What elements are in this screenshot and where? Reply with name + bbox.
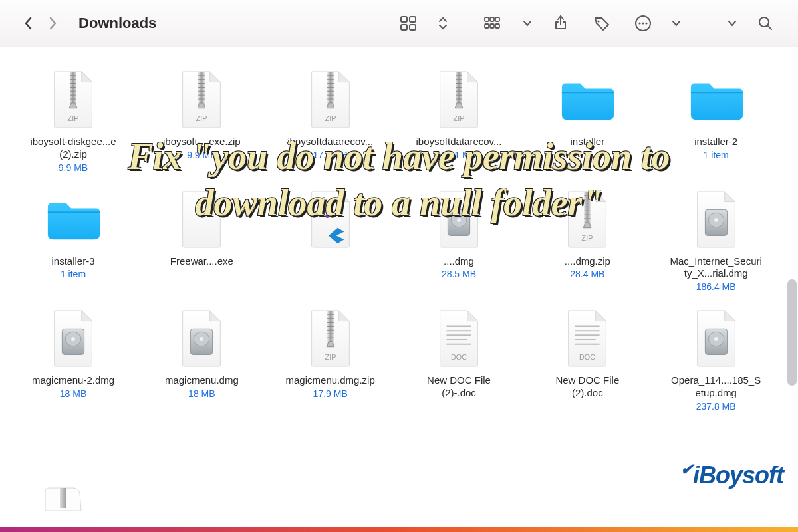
folder-icon: [554, 66, 620, 133]
file-item[interactable]: ....dmg28.5 MB: [412, 186, 505, 293]
svg-point-14: [642, 22, 644, 24]
svg-text:DOC: DOC: [579, 353, 595, 361]
svg-text:ZIP: ZIP: [325, 353, 336, 361]
svg-rect-9: [495, 24, 499, 28]
search-button[interactable]: [751, 9, 779, 37]
chevron-down-icon[interactable]: [670, 9, 682, 37]
svg-text:ZIP: ZIP: [582, 234, 593, 242]
file-item[interactable]: DOCNew DOC File (2)-.doc: [412, 305, 505, 412]
share-button[interactable]: [547, 9, 575, 37]
file-name-label: ....dmg: [444, 255, 474, 268]
svg-point-11: [597, 20, 599, 22]
svg-point-15: [645, 22, 647, 24]
folder-icon: [683, 66, 749, 133]
file-item[interactable]: magicmenu.dmg18 MB: [155, 305, 248, 412]
file-name-label: iboysoftdatarecov...: [287, 136, 373, 148]
file-item[interactable]: ZIPiboysoftdatarecov...17.1 MB: [412, 66, 505, 173]
file-name-label: installer-3: [51, 255, 94, 268]
svg-rect-26: [60, 488, 66, 508]
svg-rect-6: [495, 17, 499, 21]
svg-rect-4: [485, 17, 489, 21]
svg-line-17: [767, 25, 771, 29]
vscode-icon: [297, 186, 364, 253]
svg-rect-5: [490, 17, 494, 21]
file-sub-label: 237.8 MB: [696, 401, 736, 412]
svg-text:DOC: DOC: [451, 353, 467, 361]
file-sub-label: 186.4 MB: [696, 281, 736, 292]
partial-next-row: [40, 487, 86, 513]
group-by-button[interactable]: [480, 9, 508, 37]
file-name-label: iboysoft-...exe.zip: [163, 136, 241, 148]
file-item[interactable]: ZIPiboysoft-...exe.zip9.9 MB: [155, 66, 248, 173]
file-name-label: magicmenu.dmg: [165, 374, 239, 387]
file-name-label: magicmenu-2.dmg: [32, 374, 114, 387]
file-name-label: iboysoft-diskgee...e (2).zip: [27, 136, 120, 161]
view-stepper-icon[interactable]: [436, 9, 450, 37]
file-name-label: Opera_114....185_Setup.dmg: [670, 374, 763, 400]
svg-rect-0: [401, 17, 407, 22]
doc-icon: DOC: [554, 305, 620, 372]
file-sub-label: 17.1 MB: [313, 150, 348, 160]
file-name-label: New DOC File (2).doc: [541, 374, 634, 400]
vertical-scrollbar[interactable]: [787, 279, 797, 386]
chevron-down-icon[interactable]: [521, 9, 533, 37]
file-item[interactable]: installer-21 item: [670, 66, 763, 173]
file-item[interactable]: Mac_Internet_Security_X...rial.dmg186.4 …: [670, 186, 763, 293]
svg-text:ZIP: ZIP: [68, 114, 79, 122]
file-item[interactable]: Opera_114....185_Setup.dmg237.8 MB: [670, 305, 763, 412]
dmg-icon: [40, 305, 106, 372]
zip-icon: ZIP: [40, 66, 106, 133]
file-item[interactable]: ZIPmagicmenu.dmg.zip17.9 MB: [284, 305, 377, 412]
svg-rect-3: [410, 25, 416, 30]
view-as-icons-button[interactable]: [395, 9, 423, 37]
zip-icon: ZIP: [426, 66, 492, 133]
file-item[interactable]: Freewar....exe: [155, 186, 248, 293]
nav-forward-button[interactable]: [43, 13, 63, 33]
folder-icon: [40, 186, 106, 253]
file-name-label: magicmenu.dmg.zip: [286, 374, 375, 387]
file-name-label: New DOC File (2)-.doc: [412, 374, 505, 400]
svg-text:ZIP: ZIP: [325, 114, 336, 122]
file-item[interactable]: DOCNew DOC File (2).doc: [541, 305, 634, 412]
file-sub-label: 18 MB: [188, 388, 215, 399]
file-name-label: ....dmg.zip: [565, 255, 610, 268]
chevron-down-icon[interactable]: [726, 9, 738, 37]
file-item[interactable]: installer-31 item: [27, 186, 120, 293]
file-item[interactable]: installer: [541, 66, 634, 173]
watermark-logo: ✔iBoysoft: [680, 460, 783, 489]
zip-icon: ZIP: [554, 186, 620, 253]
file-grid: ZIPiboysoft-diskgee...e (2).zip9.9 MBZIP…: [0, 47, 798, 532]
file-item[interactable]: magicmenu-2.dmg18 MB: [27, 305, 120, 412]
file-item[interactable]: ZIPiboysoftdatarecov...17.1 MB: [284, 66, 377, 173]
file-name-label: Mac_Internet_Security_X...rial.dmg: [670, 255, 763, 281]
nav-back-button[interactable]: [19, 13, 39, 33]
svg-rect-7: [485, 24, 489, 28]
svg-text:ZIP: ZIP: [454, 114, 465, 122]
svg-rect-8: [490, 24, 494, 28]
dmg-icon: [683, 305, 749, 372]
more-actions-button[interactable]: [629, 9, 657, 37]
file-item[interactable]: ZIP....dmg.zip28.4 MB: [541, 186, 634, 293]
svg-point-13: [638, 22, 640, 24]
file-sub-label: 18 MB: [60, 388, 86, 399]
dmg-icon: [168, 305, 235, 372]
doc-icon: DOC: [426, 305, 492, 372]
dock-edge: [0, 527, 798, 532]
zip-icon: ZIP: [297, 305, 364, 372]
file-item[interactable]: ZIPiboysoft-diskgee...e (2).zip9.9 MB: [27, 66, 120, 173]
tags-button[interactable]: [588, 9, 616, 37]
location-title: Downloads: [78, 15, 156, 32]
svg-rect-2: [401, 25, 407, 30]
zip-icon: ZIP: [297, 66, 364, 133]
file-sub-label: 17.1 MB: [442, 150, 476, 160]
file-sub-label: 9.9 MB: [59, 162, 88, 173]
file-sub-label: 1 item: [704, 150, 729, 160]
file-item[interactable]: [284, 186, 377, 293]
dmg-icon: [683, 186, 749, 253]
zip-icon: ZIP: [168, 66, 235, 133]
exe-icon: [168, 186, 235, 253]
file-name-label: installer: [570, 136, 604, 148]
file-sub-label: 17.9 MB: [313, 388, 348, 399]
file-sub-label: 9.9 MB: [187, 150, 216, 160]
svg-text:ZIP: ZIP: [196, 114, 207, 122]
